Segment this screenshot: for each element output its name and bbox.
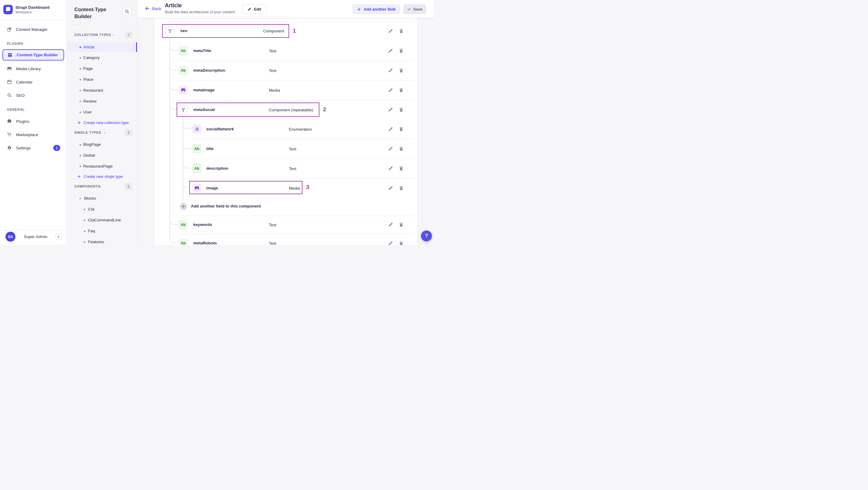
brand-subtitle: Workplace [16,10,32,14]
page-header: Back Article Build the data architecture… [137,0,434,18]
edit-button[interactable]: Edit [242,4,267,14]
search-button[interactable] [123,7,131,16]
row-divider [179,216,415,216]
annotation-number: 1 [293,28,296,34]
subnav-item-label: BlogPage [83,142,101,147]
edit-field-button[interactable] [388,185,393,190]
bullet-icon [80,57,81,59]
subnav-section-header-components[interactable]: COMPONENTS 5 [67,183,137,190]
field-type: Component (repeatable) [269,108,313,112]
subnav-item-place[interactable]: Place [67,75,137,84]
trash-icon [399,28,404,34]
field-type: Media [269,88,280,93]
delete-field-button[interactable] [399,68,404,73]
action-create-new-collection-type[interactable]: Create new collection type [77,120,129,125]
delete-field-button[interactable] [399,222,404,227]
edit-field-button[interactable] [388,126,393,131]
save-button[interactable]: Save [403,4,426,14]
row-divider [192,158,415,159]
edit-field-button[interactable] [388,222,393,227]
pencil-icon [247,7,251,11]
subnav-item-ctacommandline[interactable]: CtaCommandLine [67,215,137,225]
subnav-item-faq[interactable]: Faq [67,226,137,236]
strapi-logo-icon [3,5,13,14]
edit-field-button[interactable] [388,146,393,151]
subnav-item-label: RestaurantPage [83,164,113,169]
plus-icon [357,7,361,11]
subnav-section-header-single-types[interactable]: SINGLE TYPES 3 [67,129,137,136]
sidebar-item-calendar[interactable]: Calendar [2,76,64,88]
trash-icon [399,68,404,73]
subnav-group-blocks[interactable]: Blocks [67,195,137,202]
delete-field-button[interactable] [399,107,404,112]
sidebar-item-settings[interactable]: Settings1 [2,142,64,154]
trash-icon [399,241,404,245]
field-name: metaImage [193,88,215,92]
delete-field-button[interactable] [399,28,404,34]
subnav-item-user[interactable]: User [67,108,137,117]
delete-field-button[interactable] [399,185,404,190]
field-type: Enumeration [289,127,312,131]
add-component-field-label[interactable]: Add another field to this component [191,204,261,208]
delete-field-button[interactable] [399,166,404,171]
gear-icon [7,146,12,150]
delete-field-button[interactable] [399,241,404,245]
sidebar-item-media-library[interactable]: Media Library [2,63,64,74]
field-row-metarobots: Ab metaRobots Text [155,237,415,245]
edit-field-button[interactable] [388,87,393,93]
edit-field-button[interactable] [388,241,393,245]
subnav-item-blogpage[interactable]: BlogPage [67,140,137,149]
edit-field-button[interactable] [388,48,393,53]
help-button[interactable]: ? [421,231,432,241]
collapse-sidebar-button[interactable] [55,234,62,240]
trash-icon [399,87,404,93]
subnav-item-page[interactable]: Page [67,64,137,73]
avatar[interactable]: SA [5,232,16,242]
edit-field-button[interactable] [388,28,393,34]
field-type-icon-box [192,125,201,133]
subnav-item-cta[interactable]: Cta [67,205,137,214]
field-type-icon-box: Ab [179,220,187,229]
delete-field-button[interactable] [399,48,404,53]
subnav-title: Content-Type Builder [74,6,123,20]
bullet-icon [80,79,81,81]
action-create-new-single-type[interactable]: Create new single type [77,173,123,179]
delete-field-button[interactable] [399,146,404,151]
edit-field-button[interactable] [388,166,393,171]
sidebar-item-content-manager[interactable]: Content Manager [2,24,64,35]
edit-field-button[interactable] [388,68,393,73]
edit-field-button[interactable] [388,107,393,112]
subnav-item-features[interactable]: Features [67,237,137,245]
text-icon: Ab [181,49,186,53]
subnav-item-article[interactable]: Article [67,42,137,52]
back-link[interactable]: Back [145,6,161,11]
subnav-section-header-collection-types[interactable]: COLLECTION TYPES 7 [67,31,137,39]
divider [74,25,82,25]
subnav-item-label: Category [83,55,100,60]
subnav-item-restaurant[interactable]: Restaurant [67,86,137,95]
subnav-item-review[interactable]: Review [67,96,137,106]
cart-icon [7,132,12,137]
sidebar-item-marketplace[interactable]: Marketplace [2,129,64,140]
caret-down-icon [79,197,82,200]
sidebar-item-label: SEO [16,93,25,98]
field-type: Text [289,166,297,171]
subnav-item-category[interactable]: Category [67,53,137,63]
subnav-item-restaurantpage[interactable]: RestaurantPage [67,161,137,171]
bullet-icon [84,231,85,232]
sidebar-item-content-type-builder[interactable]: Content-Type Builder [2,49,64,61]
add-another-field-button[interactable]: Add another field [353,4,400,14]
field-row-seo: seo Component [155,24,415,37]
sidebar-item-plugins[interactable]: Plugins [2,116,64,127]
subnav-item-global[interactable]: Global [67,151,137,160]
delete-field-button[interactable] [399,87,404,93]
bullet-icon [80,144,81,146]
row-divider [192,178,415,179]
sidebar-item-seo[interactable]: SEO [2,90,64,101]
bullet-icon [84,209,85,210]
delete-field-button[interactable] [399,126,404,131]
subnav-item-label: User [83,110,92,114]
add-component-field-button[interactable] [180,203,187,210]
brand-title: Strapi Dashboard [16,5,50,10]
user-name: Super Admin [24,235,47,239]
